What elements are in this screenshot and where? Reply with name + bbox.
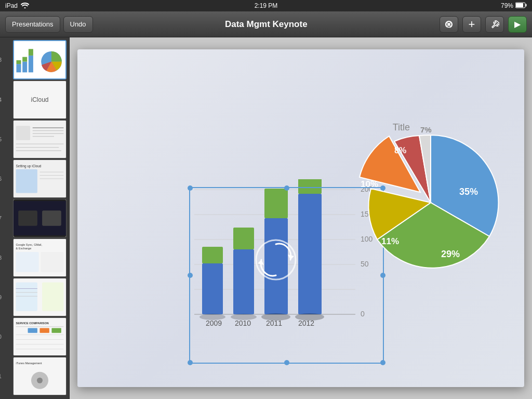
svg-text:Setting up iCloud: Setting up iCloud [16, 164, 42, 168]
slide-num-3: 3 [0, 57, 2, 63]
slide-num-6: 6 [0, 176, 2, 182]
svg-rect-72 [264, 218, 288, 314]
slide-num-11: 11 [0, 373, 2, 379]
svg-text:2011: 2011 [266, 319, 282, 327]
svg-text:2012: 2012 [298, 319, 314, 327]
device-label: iPad [5, 2, 18, 9]
slide-thumb-3-inner [14, 41, 65, 78]
svg-rect-1 [526, 4, 527, 6]
svg-rect-12 [29, 56, 33, 72]
undo-button[interactable]: Undo [63, 16, 93, 33]
svg-rect-25 [40, 169, 64, 193]
svg-rect-15 [16, 126, 31, 140]
svg-rect-73 [264, 189, 288, 218]
canvas-area[interactable]: Title 200 150 100 50 0 [70, 37, 532, 399]
slide-thumb-3[interactable] [13, 40, 66, 79]
annotation-button[interactable] [440, 16, 458, 33]
slide-thumb-9-inner [14, 278, 66, 316]
toolbar-title: Data Mgmt Keynote [96, 19, 436, 30]
svg-text:2009: 2009 [206, 319, 222, 327]
svg-text:35%: 35% [459, 187, 478, 197]
status-bar: iPad 2:19 PM 79% [0, 0, 532, 11]
slide-thumb-6[interactable]: Setting up iCloud [13, 159, 66, 198]
slide-thumb-10-inner: SERVICE COMPARISON [14, 318, 66, 355]
svg-text:7%: 7% [420, 125, 432, 134]
play-button[interactable]: ▶ [508, 16, 527, 33]
svg-text:29%: 29% [441, 249, 460, 259]
pie-chart: 35% 29% 11% 10% 8% 7% [345, 112, 516, 304]
slide-num-8: 8 [0, 255, 2, 261]
svg-rect-24 [16, 169, 37, 193]
svg-rect-36 [16, 283, 37, 311]
slide-thumb-5[interactable] [13, 120, 66, 158]
slide-num-5: 5 [0, 136, 2, 142]
slide-thumb-11[interactable]: iTunes Management [13, 357, 66, 395]
add-button[interactable]: + [462, 16, 481, 33]
svg-text:iTunes Management: iTunes Management [16, 362, 42, 365]
slide-7-wrapper: 7 [3, 199, 66, 237]
slide-6-wrapper: 6 Setting up iCloud [3, 159, 66, 198]
slide-4-wrapper: 4 iCloud [3, 81, 66, 119]
slide-8-wrapper: 8 Google Sync, GMail, & Exchange [3, 238, 66, 277]
slide-num-9: 9 [0, 294, 2, 300]
slide-thumb-7[interactable] [13, 199, 66, 237]
svg-rect-76 [298, 194, 322, 314]
slide-thumb-4-inner: iCloud [14, 81, 66, 118]
svg-text:Google Sync, GMail,: Google Sync, GMail, [16, 243, 43, 246]
slide-thumb-11-inner: iTunes Management [14, 357, 66, 395]
svg-rect-2 [516, 3, 523, 7]
slide-thumb-9[interactable] [13, 278, 66, 316]
svg-rect-43 [28, 328, 37, 332]
slide-5-wrapper: 5 [3, 120, 66, 158]
presentations-button[interactable]: Presentations [5, 16, 60, 33]
svg-rect-30 [18, 210, 37, 225]
svg-point-52 [37, 378, 43, 383]
svg-rect-65 [202, 247, 223, 263]
svg-rect-9 [17, 60, 21, 64]
slide-thumb-4[interactable]: iCloud [13, 81, 66, 119]
svg-rect-44 [40, 328, 49, 332]
svg-marker-82 [258, 260, 264, 265]
toolbar: Presentations Undo Data Mgmt Keynote + ▶ [0, 11, 532, 37]
toolbar-right-icons: + ▶ [440, 16, 527, 33]
slide-thumb-8[interactable]: Google Sync, GMail, & Exchange [13, 238, 66, 277]
svg-rect-45 [51, 328, 61, 332]
svg-rect-8 [17, 64, 21, 72]
slide-thumb-10[interactable]: SERVICE COMPARISON [13, 317, 66, 356]
main-layout: 3 [0, 37, 532, 399]
slide-panel[interactable]: 3 [0, 37, 70, 399]
slide-3-wrapper: 3 [3, 40, 66, 79]
battery-label: 79% [501, 2, 513, 9]
slide-11-wrapper: 11 iTunes Management [3, 357, 66, 395]
svg-rect-11 [22, 57, 27, 62]
slide-canvas: Title 200 150 100 50 0 [77, 49, 524, 387]
slide-thumb-6-inner: Setting up iCloud [14, 160, 66, 197]
slide-thumb-8-inner: Google Sync, GMail, & Exchange [14, 239, 66, 276]
svg-text:SERVICE COMPARISON: SERVICE COMPARISON [16, 322, 49, 325]
slide-num-10: 10 [0, 334, 2, 340]
svg-rect-34 [16, 252, 39, 272]
svg-text:8%: 8% [394, 146, 406, 155]
svg-text:0: 0 [361, 310, 365, 318]
status-left: iPad [5, 2, 29, 10]
slide-thumb-5-inner [14, 121, 66, 158]
svg-rect-35 [41, 252, 63, 272]
wifi-icon [21, 2, 29, 10]
slide-9-wrapper: 9 [3, 278, 66, 316]
slide-10-wrapper: 10 SERVICE COMPARISON [3, 317, 66, 356]
status-time: 2:19 PM [255, 2, 278, 9]
svg-rect-37 [42, 283, 63, 311]
battery-icon [515, 2, 527, 10]
svg-text:10%: 10% [361, 179, 378, 189]
svg-rect-13 [29, 49, 33, 56]
icloud-label: iCloud [25, 91, 54, 109]
svg-rect-68 [233, 249, 254, 314]
wrench-button[interactable] [485, 16, 504, 33]
status-right: 79% [501, 2, 527, 10]
slide-num-7: 7 [0, 215, 2, 221]
svg-rect-77 [298, 179, 322, 194]
svg-rect-64 [202, 263, 223, 314]
svg-text:11%: 11% [381, 236, 399, 246]
svg-text:2010: 2010 [235, 319, 251, 327]
svg-rect-10 [22, 62, 27, 73]
